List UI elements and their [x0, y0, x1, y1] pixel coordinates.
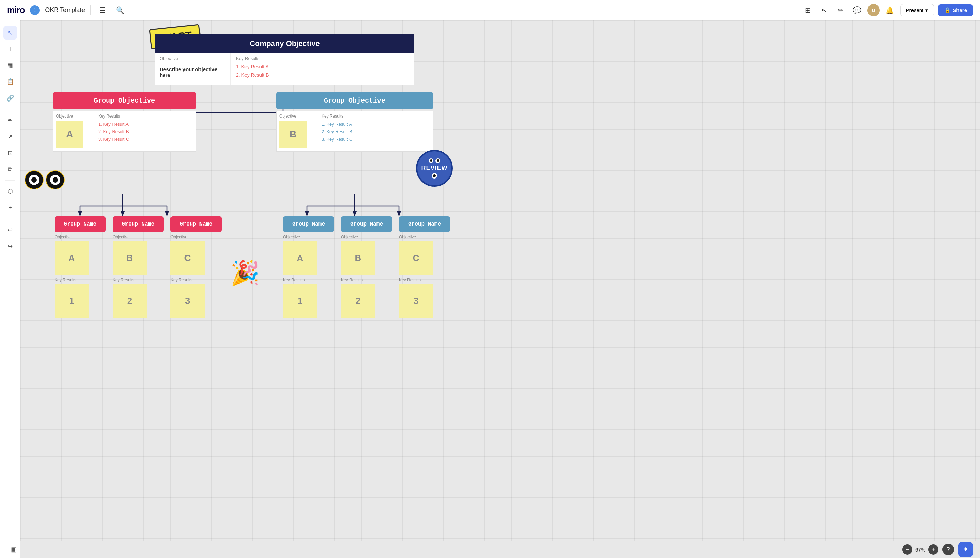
eye-right: [46, 170, 65, 189]
company-objective: Company Objective Objective Describe you…: [155, 34, 414, 85]
company-objective-body: Objective Describe your objective here K…: [155, 53, 414, 85]
right-sub1-kr-sticky: 1: [283, 284, 317, 318]
left-sub2-kr-sticky: 2: [112, 284, 147, 318]
svg-marker-16: [165, 211, 169, 216]
table-tool[interactable]: ▦: [3, 59, 17, 72]
left-sub3-sticky: C: [171, 241, 204, 275]
right-sub2-kr-label: Key Results: [341, 277, 392, 282]
sidebar-toggle[interactable]: ▣: [7, 543, 20, 556]
right-group-kr-3: 3. Key Result C: [321, 136, 428, 143]
link-tool[interactable]: 🔗: [3, 91, 17, 105]
left-group-kr-2: 2. Key Result B: [98, 128, 192, 136]
arrow-tool[interactable]: ↗: [3, 130, 17, 143]
sticky-tool[interactable]: 📋: [3, 75, 17, 89]
company-kr-label: Key Results: [236, 56, 408, 61]
layers-tool[interactable]: ⧉: [3, 162, 17, 176]
right-group-obj-section: Objective B: [277, 111, 318, 151]
left-sub1-kr-label: Key Results: [54, 277, 106, 282]
right-sub2-sticky: B: [341, 241, 375, 275]
right-subgroup-1: Group Name Objective A Key Results 1: [283, 216, 334, 318]
plugins-tool[interactable]: ⬡: [3, 185, 17, 198]
grid-icon[interactable]: ⊞: [802, 4, 814, 16]
company-objective-left: Objective Describe your objective here: [155, 53, 231, 85]
menu-button[interactable]: ☰: [96, 4, 109, 16]
left-sub2-kr-label: Key Results: [112, 277, 164, 282]
svg-marker-24: [352, 211, 357, 216]
svg-marker-15: [121, 211, 125, 216]
left-group-kr-1: 1. Key Result A: [98, 121, 192, 128]
left-group-kr-label: Key Results: [98, 114, 192, 118]
right-sub3-kr-label: Key Results: [399, 277, 450, 282]
right-sub1-kr-label: Key Results: [283, 277, 334, 282]
left-group-obj-label: Objective: [56, 114, 91, 118]
left-group-kr-section: Key Results 1. Key Result A 2. Key Resul…: [94, 111, 196, 151]
pen-tool[interactable]: ✒: [3, 113, 17, 127]
bottombar: ▣ − 67% + ? ✦: [0, 541, 980, 558]
zoom-out-button[interactable]: −: [902, 544, 912, 555]
avatar[interactable]: U: [868, 4, 880, 16]
template-title: OKR Template: [45, 7, 85, 14]
search-button[interactable]: 🔍: [114, 4, 126, 16]
eye-left: [25, 170, 44, 189]
company-kr-1: 1. Key Result A: [236, 63, 408, 71]
left-sub2-sticky: B: [112, 241, 147, 275]
shield-icon: 🛡: [30, 5, 40, 15]
company-kr-section: Key Results 1. Key Result A 2. Key Resul…: [231, 53, 414, 85]
logo: miro: [7, 5, 25, 15]
right-subgroup-2: Group Name Objective B Key Results 2: [341, 216, 392, 318]
left-sub2-obj-label: Objective: [112, 235, 164, 240]
svg-marker-25: [397, 211, 401, 216]
right-group-header: Group Objective: [276, 92, 433, 109]
company-objective-text: Describe your objective here: [155, 64, 230, 81]
left-subgroup-1: Group Name Objective A Key Results 1: [54, 216, 106, 318]
tool-separator-2: [5, 180, 15, 181]
right-group-kr-2: 2. Key Result B: [321, 128, 428, 136]
share-button[interactable]: 🔒 Share: [938, 5, 973, 16]
bell-icon[interactable]: 🔔: [884, 4, 896, 16]
left-group-sticky: A: [56, 121, 83, 148]
left-sub3-kr-label: Key Results: [171, 277, 222, 282]
company-objective-header: Company Objective: [155, 34, 414, 53]
right-sub1-header: Group Name: [283, 216, 334, 232]
frame-tool[interactable]: ⊡: [3, 146, 17, 160]
canvas[interactable]: START Company Objective Objective Descri…: [20, 20, 980, 541]
left-sub1-header: Group Name: [54, 216, 106, 232]
right-group-kr-1: 1. Key Result A: [321, 121, 428, 128]
left-sub3-obj-label: Objective: [171, 235, 222, 240]
left-toolbar: ↖ T ▦ 📋 🔗 ✒ ↗ ⊡ ⧉ ⬡ + ↩ ↪: [0, 20, 20, 558]
confetti-sticker: 🎉: [230, 259, 260, 287]
cursor-tool[interactable]: ↖: [3, 26, 17, 39]
review-text: REVIEW: [421, 164, 447, 172]
company-kr-2: 2. Key Result B: [236, 71, 408, 79]
svg-marker-23: [305, 211, 309, 216]
zoom-in-button[interactable]: +: [928, 544, 939, 555]
present-button[interactable]: Present ▾: [900, 4, 934, 16]
text-tool[interactable]: T: [3, 42, 17, 56]
left-subgroup-3: Group Name Objective C Key Results 3: [171, 216, 222, 318]
review-badge: REVIEW: [416, 150, 453, 187]
lock-icon: 🔒: [944, 7, 951, 13]
right-sub3-kr-sticky: 3: [399, 284, 433, 318]
right-group-sticky: B: [279, 121, 306, 148]
redo-button[interactable]: ↪: [3, 240, 17, 253]
right-subgroup-3: Group Name Objective C Key Results 3: [399, 216, 450, 318]
right-sub2-obj-label: Objective: [341, 235, 392, 240]
magic-button[interactable]: ✦: [958, 542, 973, 557]
right-group-kr-section: Key Results 1. Key Result A 2. Key Resul…: [318, 111, 433, 151]
right-group-body: Objective B Key Results 1. Key Result A …: [276, 111, 433, 152]
eyes-sticker: [25, 170, 65, 189]
tool-separator-3: [5, 219, 15, 219]
cursor-mode-icon[interactable]: ↖: [819, 4, 831, 16]
add-tool[interactable]: +: [3, 201, 17, 215]
right-group-obj-label: Objective: [279, 114, 315, 118]
right-sub2-kr-sticky: 2: [341, 284, 375, 318]
badge-bottom-eye: [432, 173, 437, 179]
left-group-kr-3: 3. Key Result C: [98, 136, 192, 143]
undo-button[interactable]: ↩: [3, 223, 17, 237]
pen-tool-icon[interactable]: ✏: [835, 4, 847, 16]
help-button[interactable]: ?: [942, 544, 954, 555]
comment-icon[interactable]: 💬: [851, 4, 863, 16]
right-sub1-sticky: A: [283, 241, 317, 275]
left-group-body: Objective A Key Results 1. Key Result A …: [53, 111, 196, 152]
left-sub1-sticky: A: [54, 241, 89, 275]
